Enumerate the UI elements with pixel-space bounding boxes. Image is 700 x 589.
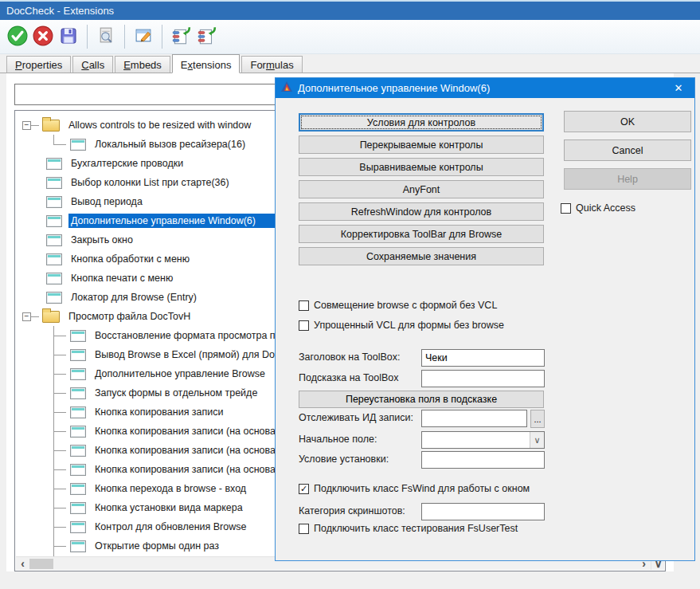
toolbar — [0, 20, 700, 54]
toolbox-title-label: Заголовок на ToolBox: — [299, 351, 401, 363]
tab-formulas[interactable]: Formulas — [241, 56, 302, 73]
import-notes-icon — [170, 26, 191, 49]
tab-embeds[interactable]: Embeds — [115, 56, 170, 73]
tree-connector — [31, 316, 39, 317]
track-id-input[interactable] — [421, 410, 527, 427]
scrollbar-thumb[interactable] — [29, 559, 53, 569]
checkbox-icon — [561, 203, 571, 214]
set-condition-label: Условие установки: — [299, 454, 389, 465]
window-icon — [46, 158, 62, 170]
aligned-controls-button[interactable]: Выравниваемые контролы — [299, 158, 544, 176]
checkbox-checked-icon: ✓ — [299, 484, 309, 494]
export-list-button[interactable] — [194, 24, 219, 49]
tree-connector — [31, 125, 39, 126]
tree-connector — [46, 422, 70, 441]
window-titlebar: DocCheck - Extensions — [0, 0, 700, 20]
save-button[interactable] — [56, 24, 81, 49]
toolbar-separator — [162, 25, 162, 49]
status-bar — [0, 571, 700, 589]
tree-connector — [46, 479, 70, 498]
window-icon — [70, 540, 86, 552]
cancel-button[interactable]: Cancel — [564, 139, 691, 161]
edit-window-icon — [134, 26, 154, 48]
collapse-toggle-icon[interactable]: − — [22, 121, 31, 130]
tree-connector — [46, 460, 70, 479]
dialog-title: Дополнительное управление Window(6) — [298, 82, 490, 94]
tree-connector — [46, 441, 70, 460]
window-icon — [70, 521, 86, 533]
window-icon — [70, 349, 86, 361]
tab-properties[interactable]: Properties — [6, 56, 71, 73]
tree-connector — [46, 383, 70, 402]
close-icon[interactable]: ✕ — [663, 78, 694, 98]
toolbar-separator — [87, 25, 88, 49]
window-icon — [46, 177, 62, 189]
edit-button[interactable] — [131, 24, 156, 49]
window-icon — [70, 483, 86, 495]
cancel-button[interactable] — [30, 24, 56, 49]
tab-bar: Properties Calls Embeds Extensions Formu… — [0, 54, 700, 73]
preview-icon — [96, 26, 116, 48]
toolbox-hint-input[interactable] — [421, 370, 545, 387]
fswind-checkbox[interactable]: ✓ Подключить класс FsWind для работы с о… — [299, 483, 530, 494]
tree-connector — [46, 326, 70, 345]
window-icon — [46, 273, 62, 285]
window-icon — [70, 445, 86, 457]
window-management-dialog: Дополнительное управление Window(6) ✕ Ус… — [275, 77, 695, 561]
tree-connector — [46, 402, 70, 422]
tree-connector — [46, 135, 70, 154]
toolbox-title-input[interactable] — [421, 349, 545, 367]
dialog-titlebar: Дополнительное управление Window(6) ✕ — [276, 78, 694, 98]
ok-button[interactable]: OK — [564, 111, 691, 132]
saved-values-button[interactable]: Сохраняемые значения — [299, 247, 544, 265]
window-icon — [70, 426, 86, 438]
window-icon — [70, 387, 86, 399]
import-notes-icon-2 — [196, 26, 217, 49]
simplified-vcl-checkbox[interactable]: Упрощенный VCL для формы без browse — [299, 320, 504, 331]
tree-connector — [46, 364, 70, 383]
tab-calls[interactable]: Calls — [72, 56, 113, 73]
reset-hint-field-button[interactable]: Переустановка поля в подсказке — [299, 391, 544, 408]
apply-button[interactable] — [5, 24, 30, 49]
tree-connector — [46, 536, 70, 556]
collapse-toggle-icon[interactable]: − — [22, 312, 31, 321]
browse-form-no-vcl-checkbox[interactable]: Совмещение browse с формой без VCL — [299, 300, 497, 311]
screenshot-category-label: Категория скриншотов: — [299, 505, 405, 516]
window-icon — [46, 292, 62, 304]
anyfont-button[interactable]: AnyFont — [299, 180, 544, 198]
tab-extensions[interactable]: Extensions — [172, 54, 241, 73]
start-field-combobox[interactable]: ∨ — [421, 431, 545, 449]
window-icon — [70, 368, 86, 380]
set-condition-input[interactable] — [421, 451, 545, 469]
toolbox-hint-label: Подсказка на ToolBox — [299, 372, 398, 383]
ok-icon — [7, 26, 28, 49]
start-field-label: Начальное поле: — [299, 434, 377, 445]
checkbox-icon — [299, 300, 309, 311]
checkbox-icon — [299, 320, 309, 331]
window-icon — [70, 330, 86, 342]
toolbar-correction-button[interactable]: Корректировка ToolBar для Browse — [299, 225, 544, 243]
scroll-left-icon[interactable]: ‹ — [16, 557, 29, 571]
toolbar-separator — [124, 25, 125, 49]
window-icon — [46, 215, 62, 227]
help-button[interactable]: Help — [564, 168, 691, 190]
screenshot-category-input[interactable] — [421, 503, 545, 520]
tree-connector — [46, 517, 70, 536]
window-icon — [70, 139, 86, 151]
browse-ellipsis-button[interactable]: ... — [530, 410, 545, 428]
combo-arrow-icon[interactable]: ∨ — [530, 432, 544, 448]
window-title: DocCheck - Extensions — [6, 5, 114, 17]
quick-access-checkbox[interactable]: Quick Access — [561, 202, 635, 214]
track-id-label: Отслеживать ИД записи: — [299, 412, 413, 423]
window-icon — [70, 502, 86, 514]
refreshwindow-button[interactable]: RefreshWindow для контролов — [299, 202, 544, 221]
overlapping-controls-button[interactable]: Перекрываемые контролы — [299, 135, 544, 154]
import-list-button[interactable] — [168, 24, 194, 49]
fsusertest-checkbox[interactable]: Подключить класс тестирования FsUserTest — [299, 523, 518, 534]
control-conditions-button[interactable]: Условия для контролов — [299, 113, 544, 132]
dialog-logo-icon — [280, 80, 293, 96]
preview-button[interactable] — [93, 24, 119, 49]
window-icon — [46, 196, 62, 208]
tree-connector — [46, 498, 70, 517]
cancel-icon — [33, 26, 53, 49]
